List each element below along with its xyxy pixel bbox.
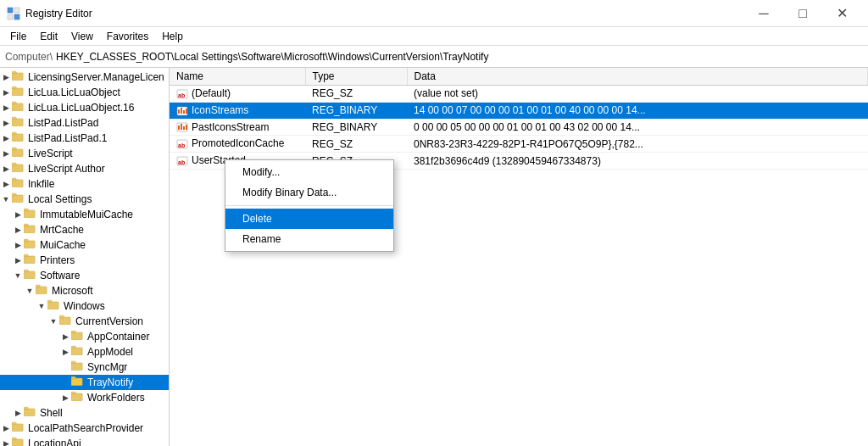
maximize-button[interactable]: □ (783, 0, 822, 27)
svg-rect-37 (59, 315, 64, 318)
folder-icon (47, 299, 61, 313)
tree-item[interactable]: ▶ LicLua.LicLuaObject.16 (0, 100, 169, 115)
svg-rect-40 (71, 348, 82, 355)
table-row[interactable]: ab(Default) REG_SZ (value not set) (170, 86, 868, 103)
tree-item[interactable]: ▶ Shell (0, 405, 169, 421)
folder-icon (12, 162, 25, 176)
svg-rect-43 (71, 361, 75, 364)
tree-item[interactable]: ▶ WorkFolders (0, 390, 169, 405)
tree-item[interactable]: ▶ Printers (0, 253, 169, 268)
tree-item[interactable]: ▶ LiveScript (0, 146, 169, 161)
tree-item[interactable]: ▼ Windows (0, 298, 169, 314)
menu-edit[interactable]: Edit (33, 29, 64, 44)
tree-item[interactable]: ▶ LiveScript Author (0, 161, 169, 176)
context-menu-item[interactable]: Delete (225, 209, 393, 229)
tree-item[interactable]: ▶ LocalPathSearchProvider (0, 421, 169, 436)
tree-expand-icon[interactable]: ▶ (0, 421, 12, 436)
context-menu-item[interactable]: Modify Binary Data... (225, 182, 393, 203)
tree-expand-icon[interactable]: ▶ (0, 161, 12, 176)
folder-icon (24, 269, 37, 282)
tree-item[interactable]: ▼ Microsoft (0, 283, 169, 298)
table-row[interactable]: PastIconsStream REG_BINARY 0 00 00 05 00… (170, 119, 868, 136)
svg-rect-38 (71, 332, 82, 340)
tree-item[interactable]: ▶ LocationApi (0, 436, 169, 446)
folder-icon (12, 421, 25, 435)
tree-item-label: AppModel (87, 346, 133, 358)
tree-expand-icon[interactable]: ▶ (12, 405, 24, 421)
tree-expand-icon[interactable]: ▶ (12, 207, 24, 222)
tree-item[interactable]: ▶ AppModel (0, 344, 169, 360)
tree-expand-icon[interactable]: ▶ (12, 237, 24, 253)
svg-rect-45 (71, 376, 75, 379)
table-row[interactable]: IconStreams REG_BINARY 14 00 00 07 00 00… (170, 102, 868, 119)
svg-rect-10 (12, 119, 23, 126)
tree-expand-icon[interactable]: ▶ (59, 344, 71, 360)
tree-item[interactable]: ▼ Local Settings (0, 192, 169, 207)
folder-icon (12, 147, 25, 160)
svg-rect-6 (12, 88, 23, 96)
tree-expand-icon[interactable]: ▼ (47, 314, 59, 329)
tree-expand-icon[interactable]: ▼ (36, 298, 47, 314)
app-icon (7, 7, 20, 20)
svg-rect-27 (24, 239, 28, 242)
folder-icon (71, 391, 85, 404)
tree-item[interactable]: ▶ LicLua.LicLuaObject (0, 85, 169, 100)
tree-expand-icon[interactable]: ▶ (0, 436, 12, 446)
tree-expand-icon[interactable]: ▶ (12, 222, 24, 237)
menu-file[interactable]: File (3, 29, 33, 44)
folder-icon (24, 254, 37, 267)
col-name[interactable]: Name (170, 68, 305, 86)
close-button[interactable]: ✕ (822, 0, 861, 27)
tree-item[interactable]: ▶ ListPad.ListPad (0, 115, 169, 131)
tree-item[interactable]: ▶ ListPad.ListPad.1 (0, 131, 169, 146)
tree-item[interactable]: TrayNotify (0, 375, 169, 390)
col-type[interactable]: Type (305, 68, 407, 86)
minimize-button[interactable]: ─ (744, 0, 783, 27)
folder-icon (71, 345, 85, 359)
tree-item[interactable]: ▶ MuiCache (0, 237, 169, 253)
tree-expand-icon[interactable]: ▶ (59, 390, 71, 405)
tree-item-label: LocalPathSearchProvider (28, 422, 143, 434)
menu-favorites[interactable]: Favorites (100, 29, 155, 44)
tree-expand-icon[interactable]: ▼ (12, 268, 24, 283)
tree-item[interactable]: ▶ AppContainer (0, 329, 169, 344)
tree-item[interactable]: ▶ Inkfile (0, 176, 169, 192)
tree-item[interactable]: ▶ MrtCache (0, 222, 169, 237)
tree-expand-icon[interactable]: ▶ (0, 176, 12, 192)
menu-view[interactable]: View (64, 29, 100, 44)
registry-detail[interactable]: Name Type Data ab(Default) REG_SZ (value… (170, 68, 868, 446)
tree-expand-icon[interactable]: ▶ (0, 115, 12, 131)
tree-expand-icon[interactable]: ▼ (0, 192, 12, 207)
tree-item[interactable]: SyncMgr (0, 360, 169, 375)
svg-rect-34 (47, 302, 58, 309)
tree-item-label: SyncMgr (87, 361, 127, 373)
svg-rect-11 (12, 117, 16, 120)
tree-expand-icon[interactable]: ▶ (0, 146, 12, 161)
tree-item-label: LicLua.LicLuaObject.16 (28, 102, 134, 114)
tree-expand-icon[interactable]: ▶ (12, 253, 24, 268)
tree-expand-icon[interactable]: ▶ (0, 70, 12, 85)
svg-rect-63 (178, 109, 180, 114)
folder-icon (12, 86, 25, 99)
title-bar: Registry Editor ─ □ ✕ (0, 0, 868, 27)
tree-expand-icon[interactable]: ▶ (59, 329, 71, 344)
tree-item[interactable]: ▼ Software (0, 268, 169, 283)
menu-help[interactable]: Help (155, 29, 190, 44)
svg-rect-19 (12, 178, 16, 181)
tree-item[interactable]: ▶ ImmutableMuiCache (0, 207, 169, 222)
context-menu-item[interactable]: Modify... (225, 162, 393, 182)
tree-spacer (59, 375, 71, 390)
tree-item[interactable]: ▼ CurrentVersion (0, 314, 169, 329)
svg-rect-51 (12, 422, 16, 425)
svg-rect-1 (14, 8, 19, 13)
svg-rect-28 (24, 256, 35, 264)
tree-expand-icon[interactable]: ▶ (0, 100, 12, 115)
tree-expand-icon[interactable]: ▼ (24, 283, 36, 298)
tree-expand-icon[interactable]: ▶ (0, 85, 12, 100)
tree-expand-icon[interactable]: ▶ (0, 131, 12, 146)
registry-tree[interactable]: ▶ LicensingServer.ManageLicen▶ LicLua.Li… (0, 68, 170, 446)
table-row[interactable]: abPromotedIconCache REG_SZ 0NR83-23R3-42… (170, 136, 868, 153)
tree-item[interactable]: ▶ LicensingServer.ManageLicen (0, 70, 169, 85)
context-menu-item[interactable]: Rename (225, 229, 393, 249)
col-data[interactable]: Data (407, 68, 868, 86)
